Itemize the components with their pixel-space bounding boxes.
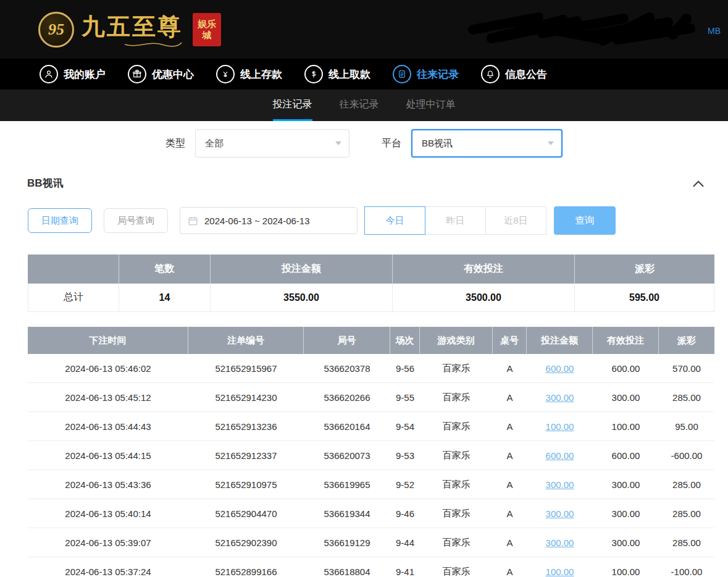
bet-amount-link[interactable]: 600.00 — [546, 363, 574, 374]
table-cell: 100.00 — [593, 412, 659, 441]
nav-item-deposit[interactable]: 线上存款 — [216, 65, 282, 83]
logo-text: 九五至尊 — [82, 11, 183, 48]
platform-filter-label: 平台 — [382, 137, 401, 150]
deposit-coin-icon — [216, 65, 235, 83]
table-cell: 300.00 — [527, 383, 593, 412]
column-header: 局号 — [304, 327, 390, 354]
nav-item-label: 线上存款 — [240, 67, 282, 82]
date-range-picker[interactable]: 2024-06-13 ~ 2024-06-13 — [180, 207, 358, 234]
today-button[interactable]: 今日 — [364, 206, 425, 235]
currency-label: MB — [708, 26, 721, 36]
main-nav: 我的账户 优惠中心 线上存款 线上取款 往来记录 信息公告 — [0, 59, 728, 90]
nav-item-records[interactable]: 往来记录 — [393, 65, 459, 83]
nav-item-withdraw[interactable]: 线上取款 — [304, 65, 370, 83]
type-select[interactable]: 全部 — [195, 129, 349, 158]
summary-bet-amount-value: 3550.00 — [211, 284, 393, 312]
collapse-chevron-up-icon[interactable] — [692, 179, 705, 188]
table-cell: A — [493, 557, 527, 577]
table-cell: 285.00 — [659, 470, 714, 499]
table-cell: 2024-06-13 05:45:12 — [28, 383, 188, 412]
table-cell: 600.00 — [593, 354, 659, 383]
table-cell: A — [493, 441, 527, 470]
table-cell: 2024-06-13 05:40:14 — [28, 499, 188, 528]
table-cell: -100.00 — [659, 557, 714, 577]
calendar-icon — [188, 216, 198, 226]
table-cell: 536619129 — [304, 528, 390, 557]
table-cell: 521652914230 — [188, 383, 304, 412]
table-cell: 300.00 — [593, 383, 659, 412]
nav-item-label: 我的账户 — [64, 67, 106, 82]
nav-item-promotions[interactable]: 优惠中心 — [128, 65, 194, 83]
table-cell: 521652915967 — [188, 354, 304, 383]
round-query-button[interactable]: 局号查询 — [104, 208, 168, 233]
table-cell: 521652912337 — [188, 441, 304, 470]
table-cell: 521652902390 — [188, 528, 304, 557]
column-header: 投注金额 — [527, 327, 593, 354]
table-cell: 300.00 — [593, 470, 659, 499]
site-logo[interactable]: 95 九五至尊 娱乐城 — [38, 11, 221, 48]
nav-item-label: 往来记录 — [417, 67, 459, 82]
tab-transaction-records[interactable]: 往来记录 — [340, 90, 379, 121]
bet-amount-link[interactable]: 300.00 — [546, 392, 574, 403]
table-cell: 285.00 — [659, 499, 714, 528]
table-cell: 536619344 — [304, 499, 390, 528]
bet-amount-link[interactable]: 300.00 — [546, 537, 574, 548]
yesterday-button[interactable]: 昨日 — [425, 206, 486, 235]
table-cell: 百家乐 — [420, 528, 493, 557]
table-cell: 2024-06-13 05:37:24 — [28, 557, 188, 577]
column-header: 桌号 — [493, 327, 527, 354]
table-cell: 9-54 — [390, 412, 420, 441]
table-cell: 521652910975 — [188, 470, 304, 499]
table-cell: 9-53 — [390, 441, 420, 470]
logo-emblem-icon: 95 — [38, 12, 74, 48]
tab-betting-records[interactable]: 投注记录 — [273, 90, 312, 121]
table-cell: A — [493, 383, 527, 412]
column-header: 注单编号 — [188, 327, 304, 354]
logo-title: 九五至尊 — [82, 11, 183, 43]
top-header: 95 九五至尊 娱乐城 MB — [0, 0, 728, 59]
bet-amount-link[interactable]: 100.00 — [546, 566, 574, 577]
nav-item-announcements[interactable]: 信息公告 — [481, 65, 547, 83]
table-cell: A — [493, 412, 527, 441]
table-cell: A — [493, 499, 527, 528]
table-cell: 536620378 — [304, 354, 390, 383]
nav-item-label: 信息公告 — [505, 67, 547, 82]
quick-range-group: 今日 昨日 近8日 — [365, 206, 546, 235]
table-cell: 100.00 — [527, 557, 593, 577]
table-cell: A — [493, 470, 527, 499]
type-filter-label: 类型 — [165, 137, 185, 150]
date-query-button[interactable]: 日期查询 — [28, 208, 92, 233]
bet-amount-link[interactable]: 300.00 — [546, 479, 574, 490]
table-cell: 521652904470 — [188, 499, 304, 528]
table-cell: 2024-06-13 05:39:07 — [28, 528, 188, 557]
chevron-down-icon — [335, 141, 341, 145]
search-button[interactable]: 查询 — [554, 206, 616, 235]
table-cell: 300.00 — [527, 470, 593, 499]
table-cell: 536620073 — [304, 441, 390, 470]
bet-amount-link[interactable]: 300.00 — [546, 508, 574, 519]
platform-select[interactable]: BB视讯 — [411, 129, 563, 158]
summary-payout-value: 595.00 — [575, 284, 714, 312]
table-cell: 600.00 — [593, 441, 659, 470]
logo-flourish-icon — [123, 40, 183, 48]
table-cell: 300.00 — [593, 528, 659, 557]
bet-amount-link[interactable]: 600.00 — [546, 450, 574, 461]
tab-processing-orders[interactable]: 处理中订单 — [406, 90, 456, 121]
bell-icon — [481, 65, 500, 83]
table-cell: 285.00 — [659, 528, 714, 557]
filter-row: 类型 全部 平台 BB视讯 — [0, 129, 728, 158]
nav-item-my-account[interactable]: 我的账户 — [40, 65, 106, 83]
table-cell: 百家乐 — [420, 383, 493, 412]
table-cell: 285.00 — [659, 383, 714, 412]
section-title: BB视讯 — [27, 176, 64, 190]
table-cell: 百家乐 — [420, 557, 493, 577]
table-cell: 95.00 — [659, 412, 714, 441]
table-cell: 300.00 — [527, 499, 593, 528]
table-cell: 570.00 — [659, 354, 714, 383]
table-cell: 536620266 — [304, 383, 390, 412]
last-8-days-button[interactable]: 近8日 — [485, 206, 546, 235]
nav-item-label: 线上取款 — [328, 67, 370, 82]
records-icon — [393, 65, 411, 83]
bet-amount-link[interactable]: 100.00 — [546, 421, 574, 432]
table-cell: A — [493, 354, 527, 383]
